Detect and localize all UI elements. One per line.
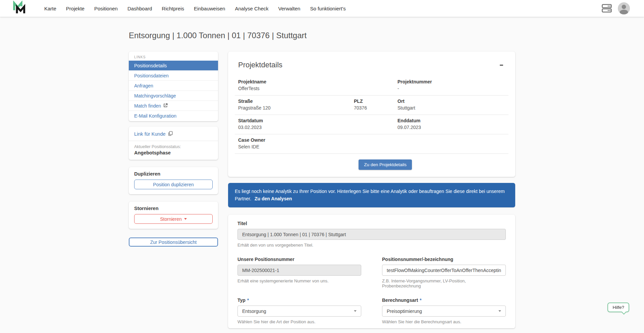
berechnungsart-select-value: Preisoptimierung (387, 309, 422, 314)
avatar-body (620, 10, 628, 14)
dns-icon[interactable] (602, 4, 612, 13)
positionsnummer-input[interactable] (237, 265, 361, 276)
berechnungsart-label: Berechnungsart (382, 297, 418, 303)
project-row-3: Startdatum 03.02.2023 Enddatum 09.07.202… (235, 115, 508, 134)
nav-item-positionen[interactable]: Positionen (94, 6, 118, 11)
project-row-1: Projektname OfferTests Projektnummer - (235, 76, 508, 95)
typ-helper: Wählen Sie hier die Art der Position aus… (237, 319, 361, 324)
positionsnummer-label: Unsere Positionsnummer (237, 257, 294, 262)
titel-helper: Erhält den von uns vorgegebenen Titel. (237, 243, 506, 248)
plz-value: 70376 (354, 105, 397, 111)
external-link-icon (163, 103, 168, 109)
eigene-positionsnummer-input[interactable] (382, 265, 506, 276)
case-owner-label: Case Owner (238, 137, 397, 143)
titel-group: Titel Erhält den von uns vorgegebenen Ti… (237, 221, 506, 248)
zur-positionsuebersicht-button[interactable]: Zur Positionsübersicht (129, 238, 218, 247)
ort-label: Ort (397, 98, 505, 104)
projektdetails-heading: Projektdetails (238, 61, 282, 69)
cancel-title: Stornieren (134, 206, 213, 211)
nav-item-verwalten[interactable]: Verwalten (278, 6, 301, 11)
collapse-icon[interactable] (498, 61, 505, 69)
field-startdatum: Startdatum 03.02.2023 (238, 118, 397, 130)
startdatum-label: Startdatum (238, 118, 397, 123)
main-content: Entsorgung | 1.000 Tonnen | 01 | 70376 |… (0, 17, 644, 333)
enddatum-label: Enddatum (397, 118, 505, 123)
nav-item-projekte[interactable]: Projekte (66, 6, 85, 11)
typ-group: Typ * Entsorgung Wählen Sie hier die Art… (237, 297, 361, 324)
chevron-down-icon (354, 310, 357, 312)
project-row-2: Straße Pragstraße 120 PLZ 70376 Ort Stut… (235, 95, 508, 115)
projektnummer-label: Projektnummer (397, 79, 505, 84)
sidebar-item-email-konfiguration[interactable]: E-Mail Konfiguration (129, 111, 218, 121)
nav-item-karte[interactable]: Karte (44, 6, 56, 11)
position-form-card: Titel Erhält den von uns vorgegebenen Ti… (228, 215, 515, 328)
typ-select[interactable]: Entsorgung (237, 306, 361, 317)
berechnungsart-group: Berechnungsart * Preisoptimierung Wählen… (382, 297, 506, 324)
hilfe-button[interactable]: Hilfe? (607, 303, 629, 312)
projektdetails-card: Projektdetails Projektname OfferTests (228, 52, 515, 177)
page-title: Entsorgung | 1.000 Tonnen | 01 | 70376 |… (129, 31, 515, 40)
duplicate-card: Duplizieren Position duplizieren (129, 167, 218, 194)
nav-item-analyse-check[interactable]: Analyse Check (235, 6, 268, 11)
sidebar-item-positionsdateien[interactable]: Positionsdateien (129, 71, 218, 81)
link-fuer-kunde-link[interactable]: Link für Kunde (129, 131, 218, 137)
stornieren-button-label: Stornieren (160, 216, 182, 222)
projektname-label: Projektname (238, 79, 397, 84)
typ-select-value: Entsorgung (242, 309, 266, 314)
zu-den-analysen-link[interactable]: Zu den Analysen (255, 196, 292, 201)
user-avatar-icon[interactable] (618, 2, 630, 14)
caret-down-icon (184, 218, 187, 220)
nav-item-einbauweisen[interactable]: Einbauweisen (194, 6, 225, 11)
links-card: LINKS Positionsdetails Positionsdateien … (129, 52, 218, 121)
field-enddatum: Enddatum 09.07.2023 (397, 118, 505, 130)
copy-icon (168, 131, 173, 137)
enddatum-value: 09.07.2023 (397, 125, 505, 130)
field-projektname: Projektname OfferTests (238, 79, 397, 91)
startdatum-value: 03.02.2023 (238, 125, 397, 130)
divider (129, 141, 218, 141)
sidebar-item-positionsdetails[interactable]: Positionsdetails (129, 61, 218, 71)
eigene-positionsnummer-helper: Z.B. Interne-Vorgangsnummer, LV-Position… (382, 278, 506, 288)
required-asterisk: * (247, 297, 249, 303)
case-owner-value: Selen IDE (238, 144, 397, 149)
zu-den-projektdetails-button[interactable]: Zu den Projektdetails (359, 159, 412, 170)
app-root: Karte Projekte Positionen Dashboard Rich… (0, 0, 644, 333)
links-caption: LINKS (129, 52, 218, 61)
nav-right-actions (602, 2, 635, 14)
berechnungsart-select[interactable]: Preisoptimierung (382, 306, 506, 317)
plz-label: PLZ (354, 98, 397, 104)
sidebar-item-anfragen[interactable]: Anfragen (129, 81, 218, 91)
main-nav: Karte Projekte Positionen Dashboard Rich… (44, 6, 346, 11)
berechnungsart-helper: Wählen Sie hier die Berechnungsart aus. (382, 319, 506, 324)
positionsnummer-group: Unsere Positionsnummer Erhält eine syste… (237, 257, 361, 288)
titel-input[interactable] (237, 229, 506, 240)
avatar-head (622, 5, 626, 9)
nav-item-dashboard[interactable]: Dashboard (127, 6, 152, 11)
nav-item-richtpreis[interactable]: Richtpreis (162, 6, 184, 11)
sidebar-item-match-finden[interactable]: Match finden (129, 101, 218, 111)
nav-item-so-funktionierts[interactable]: So funktioniert's (310, 6, 345, 11)
field-case-owner: Case Owner Selen IDE (238, 137, 397, 149)
positionsnummer-helper: Erhält eine systemgenerierte Nummer von … (237, 278, 361, 283)
customer-link-card: Link für Kunde Aktueller Positionsstatus… (129, 127, 218, 160)
hilfe-label: Hilfe? (612, 305, 624, 310)
project-row-4: Case Owner Selen IDE (235, 134, 508, 154)
typ-label: Typ (237, 297, 246, 303)
sidebar-item-matchingvorschlaege[interactable]: Matchingvorschläge (129, 91, 218, 101)
duplicate-title: Duplizieren (134, 171, 213, 177)
position-duplizieren-button[interactable]: Position duplizieren (134, 180, 213, 189)
link-fuer-kunde-label: Link für Kunde (134, 131, 166, 137)
strasse-value: Pragstraße 120 (238, 105, 354, 111)
eigene-positionsnummer-group: Positionsnummer/-bezeichnung Z.B. Intern… (382, 257, 506, 288)
stornieren-button[interactable]: Stornieren (134, 214, 213, 224)
logo-icon (13, 1, 26, 16)
field-plz: PLZ 70376 (354, 98, 397, 111)
field-ort: Ort Stuttgart (397, 98, 505, 111)
chevron-down-icon (498, 310, 501, 312)
position-status-value: Angebotsphase (129, 149, 218, 155)
top-nav: Karte Projekte Positionen Dashboard Rich… (0, 0, 644, 17)
mineral-minds-logo[interactable] (13, 1, 26, 16)
field-projektnummer: Projektnummer - (397, 79, 505, 91)
position-status-label: Aktueller Positionsstatus: (129, 144, 218, 149)
sidebar: LINKS Positionsdetails Positionsdateien … (129, 52, 218, 247)
